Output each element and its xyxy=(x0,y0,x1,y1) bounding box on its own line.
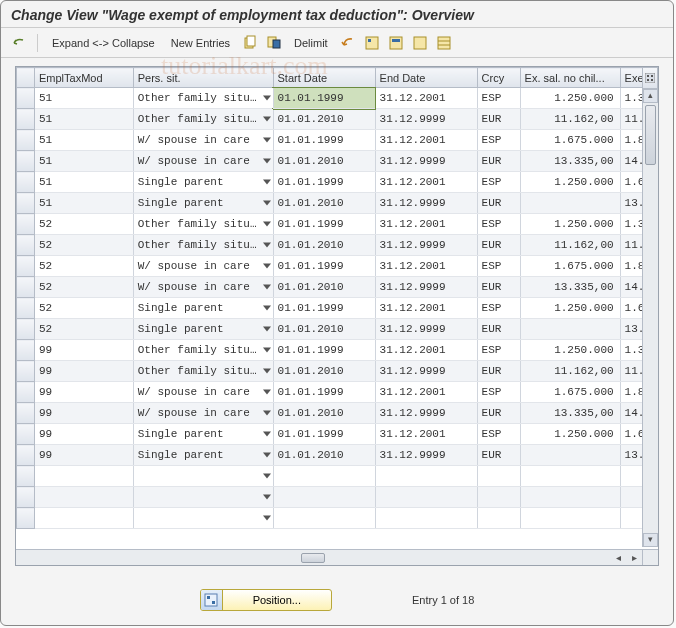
cell-mod[interactable]: 51 xyxy=(35,88,134,109)
cell-ex-sal[interactable]: 11.162,00 xyxy=(520,235,620,256)
scroll-left-icon[interactable]: ◂ xyxy=(612,552,624,564)
expand-button[interactable]: Expand <-> Collapse xyxy=(46,35,161,51)
cell-ex-sal[interactable]: 1.250.000 xyxy=(520,172,620,193)
cell-pers-sit[interactable]: Other family situ… xyxy=(133,361,273,382)
chevron-down-icon[interactable] xyxy=(263,306,271,311)
cell-empty[interactable] xyxy=(133,487,273,508)
chevron-down-icon[interactable] xyxy=(263,495,271,500)
cell-end-date[interactable]: 31.12.2001 xyxy=(375,340,477,361)
cell-end-date[interactable]: 31.12.9999 xyxy=(375,403,477,424)
row-selector[interactable] xyxy=(17,88,35,109)
cell-crcy[interactable]: EUR xyxy=(477,151,520,172)
cell-crcy[interactable]: ESP xyxy=(477,424,520,445)
cell-mod[interactable]: 52 xyxy=(35,277,134,298)
cell-crcy[interactable]: ESP xyxy=(477,172,520,193)
cell-ex-sal[interactable]: 1.675.000 xyxy=(520,256,620,277)
chevron-down-icon[interactable] xyxy=(263,222,271,227)
cell-ex-sal[interactable]: 11.162,00 xyxy=(520,361,620,382)
cell-pers-sit[interactable]: Single parent xyxy=(133,172,273,193)
cell-crcy[interactable]: EUR xyxy=(477,277,520,298)
row-selector[interactable] xyxy=(17,508,35,529)
cell-empty[interactable] xyxy=(375,487,477,508)
cell-mod[interactable]: 52 xyxy=(35,235,134,256)
vertical-scrollbar[interactable]: ▴ ▾ xyxy=(642,89,658,547)
cell-mod[interactable]: 99 xyxy=(35,403,134,424)
cell-end-date[interactable]: 31.12.2001 xyxy=(375,172,477,193)
cell-crcy[interactable]: EUR xyxy=(477,361,520,382)
cell-empty[interactable] xyxy=(273,508,375,529)
cell-mod[interactable]: 51 xyxy=(35,193,134,214)
cell-start-date[interactable]: 01.01.2010 xyxy=(273,277,375,298)
table-row-empty[interactable] xyxy=(17,487,658,508)
cell-pers-sit[interactable]: Other family situ… xyxy=(133,340,273,361)
cell-mod[interactable]: 51 xyxy=(35,109,134,130)
cell-mod[interactable]: 52 xyxy=(35,319,134,340)
chevron-down-icon[interactable] xyxy=(263,516,271,521)
chevron-down-icon[interactable] xyxy=(263,411,271,416)
col-pers-sit[interactable]: Pers. sit. xyxy=(133,68,273,88)
cell-end-date[interactable]: 31.12.2001 xyxy=(375,382,477,403)
table-row[interactable]: 52 Other family situ… 01.01.1999 31.12.2… xyxy=(17,214,658,235)
col-end-date[interactable]: End Date xyxy=(375,68,477,88)
cell-start-date[interactable]: 01.01.2010 xyxy=(273,319,375,340)
chevron-down-icon[interactable] xyxy=(263,201,271,206)
cell-mod[interactable]: 52 xyxy=(35,214,134,235)
cell-end-date[interactable]: 31.12.2001 xyxy=(375,130,477,151)
chevron-down-icon[interactable] xyxy=(263,96,271,101)
cell-crcy[interactable]: EUR xyxy=(477,193,520,214)
row-selector[interactable] xyxy=(17,445,35,466)
row-selector[interactable] xyxy=(17,235,35,256)
chevron-down-icon[interactable] xyxy=(263,453,271,458)
table-row[interactable]: 51 Other family situ… 01.01.2010 31.12.9… xyxy=(17,109,658,130)
table-row[interactable]: 99 Other family situ… 01.01.1999 31.12.2… xyxy=(17,340,658,361)
cell-ex-sal[interactable]: 13.335,00 xyxy=(520,403,620,424)
row-selector[interactable] xyxy=(17,382,35,403)
cell-empty[interactable] xyxy=(35,508,134,529)
cell-ex-sal[interactable] xyxy=(520,445,620,466)
undo-change-icon[interactable] xyxy=(338,33,358,53)
table-row[interactable]: 99 Single parent 01.01.1999 31.12.2001 E… xyxy=(17,424,658,445)
row-selector[interactable] xyxy=(17,298,35,319)
row-selector[interactable] xyxy=(17,403,35,424)
row-selector[interactable] xyxy=(17,277,35,298)
cell-mod[interactable]: 52 xyxy=(35,256,134,277)
cell-empty[interactable] xyxy=(520,508,620,529)
cell-mod[interactable]: 99 xyxy=(35,361,134,382)
scroll-up-icon[interactable]: ▴ xyxy=(643,89,658,103)
cell-pers-sit[interactable]: W/ spouse in care xyxy=(133,403,273,424)
cell-pers-sit[interactable]: Single parent xyxy=(133,424,273,445)
cell-end-date[interactable]: 31.12.2001 xyxy=(375,256,477,277)
cell-pers-sit[interactable]: W/ spouse in care xyxy=(133,256,273,277)
cell-pers-sit[interactable]: W/ spouse in care xyxy=(133,277,273,298)
cell-start-date[interactable]: 01.01.1999 xyxy=(273,340,375,361)
new-entries-button[interactable]: New Entries xyxy=(165,35,236,51)
chevron-down-icon[interactable] xyxy=(263,264,271,269)
hscroll-grip-icon[interactable] xyxy=(301,553,325,563)
copy-icon[interactable] xyxy=(240,33,260,53)
cell-crcy[interactable]: ESP xyxy=(477,340,520,361)
table-row[interactable]: 51 W/ spouse in care 01.01.1999 31.12.20… xyxy=(17,130,658,151)
cell-end-date[interactable]: 31.12.2001 xyxy=(375,298,477,319)
chevron-down-icon[interactable] xyxy=(263,390,271,395)
cell-end-date[interactable]: 31.12.9999 xyxy=(375,109,477,130)
chevron-down-icon[interactable] xyxy=(263,285,271,290)
chevron-down-icon[interactable] xyxy=(263,180,271,185)
cell-crcy[interactable]: EUR xyxy=(477,109,520,130)
cell-ex-sal[interactable]: 1.250.000 xyxy=(520,424,620,445)
table-row[interactable]: 52 Other family situ… 01.01.2010 31.12.9… xyxy=(17,235,658,256)
cell-empty[interactable] xyxy=(35,487,134,508)
scroll-right-icon[interactable]: ▸ xyxy=(628,552,640,564)
cell-start-date[interactable]: 01.01.2010 xyxy=(273,109,375,130)
cell-end-date[interactable]: 31.12.9999 xyxy=(375,151,477,172)
cell-end-date[interactable]: 31.12.2001 xyxy=(375,88,477,109)
cell-crcy[interactable]: EUR xyxy=(477,235,520,256)
chevron-down-icon[interactable] xyxy=(263,327,271,332)
col-ex-sal[interactable]: Ex. sal. no chil... xyxy=(520,68,620,88)
cell-start-date[interactable]: 01.01.1999 xyxy=(273,214,375,235)
cell-empty[interactable] xyxy=(133,466,273,487)
cell-pers-sit[interactable]: W/ spouse in care xyxy=(133,382,273,403)
col-crcy[interactable]: Crcy xyxy=(477,68,520,88)
cell-end-date[interactable]: 31.12.9999 xyxy=(375,361,477,382)
table-row-empty[interactable] xyxy=(17,508,658,529)
table-row[interactable]: 99 Other family situ… 01.01.2010 31.12.9… xyxy=(17,361,658,382)
